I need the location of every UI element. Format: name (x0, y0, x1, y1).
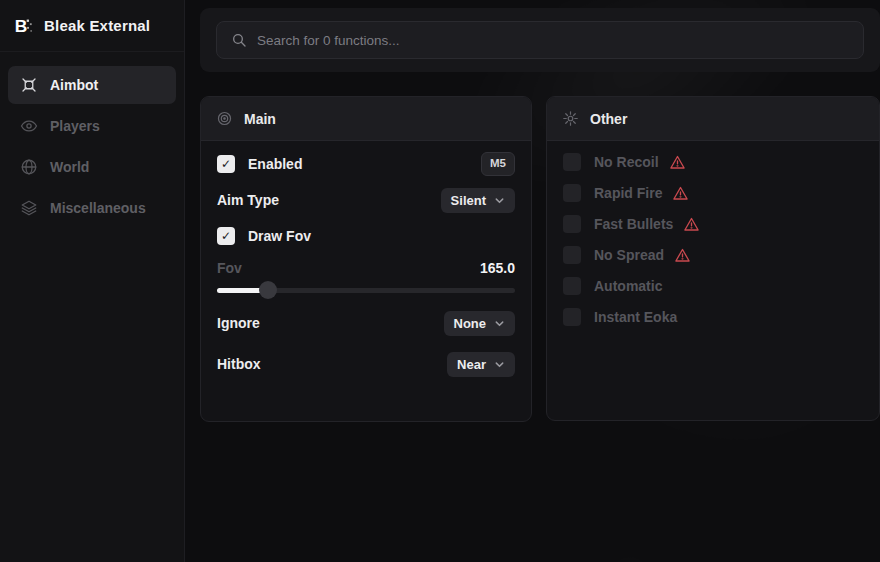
no-recoil-checkbox[interactable] (563, 153, 581, 171)
keybind-button[interactable]: M5 (481, 152, 515, 176)
panel-other-header: Other (547, 97, 879, 141)
chevron-down-icon (494, 359, 505, 370)
automatic-checkbox[interactable] (563, 277, 581, 295)
sidebar-item-aimbot[interactable]: Aimbot (8, 66, 176, 104)
sidebar-nav: Aimbot Players World (0, 52, 184, 244)
hitbox-select[interactable]: Near (447, 352, 515, 377)
app-title: Bleak External (44, 17, 150, 34)
search-placeholder: Search for 0 functions... (257, 33, 400, 48)
fov-label: Fov (217, 260, 242, 276)
background-smoke (297, 415, 822, 562)
fov-value: 165.0 (480, 260, 515, 276)
enabled-label: Enabled (248, 156, 302, 172)
fov-slider[interactable] (217, 281, 515, 299)
ignore-select[interactable]: None (444, 311, 516, 336)
panel-title: Main (244, 111, 276, 127)
panel-main: Main ✓ Enabled M5 Aim Type Silent ✓ (200, 96, 532, 422)
sidebar-item-miscellaneous[interactable]: Miscellaneous (8, 189, 176, 227)
panel-other-body: No Recoil Rapid Fire Fast Bullets (547, 141, 879, 328)
chevron-down-icon (494, 195, 505, 206)
hitbox-label: Hitbox (217, 356, 261, 372)
search-icon (231, 32, 247, 48)
draw-fov-label: Draw Fov (248, 228, 311, 244)
instant-eoka-checkbox[interactable] (563, 308, 581, 326)
automatic-label: Automatic (594, 278, 662, 294)
instant-eoka-label: Instant Eoka (594, 309, 677, 325)
ignore-value: None (454, 317, 487, 330)
layers-icon (20, 199, 38, 217)
hitbox-value: Near (457, 358, 486, 371)
fov-slider-thumb[interactable] (259, 281, 277, 299)
warning-icon (672, 185, 689, 202)
no-spread-checkbox[interactable] (563, 246, 581, 264)
other-row-fast-bullets: Fast Bullets (563, 213, 863, 235)
aim-type-value: Silent (451, 194, 486, 207)
gear-icon (562, 110, 579, 127)
sidebar: B Bleak External Aimbot (0, 0, 185, 562)
sidebar-item-label: Aimbot (50, 77, 98, 93)
aim-type-select[interactable]: Silent (441, 188, 515, 213)
ignore-label: Ignore (217, 315, 260, 331)
rapid-fire-checkbox[interactable] (563, 184, 581, 202)
hitbox-row: Hitbox Near (217, 351, 515, 377)
ignore-row: Ignore None (217, 310, 515, 336)
app-logo-icon: B (12, 15, 34, 37)
other-row-automatic: Automatic (563, 275, 863, 297)
panel-title: Other (590, 111, 627, 127)
sidebar-item-label: Players (50, 118, 100, 134)
fov-row: Fov 165.0 (217, 259, 515, 277)
enabled-checkbox[interactable]: ✓ (217, 155, 235, 173)
warning-icon (669, 154, 686, 171)
warning-icon (674, 247, 691, 264)
draw-fov-row: ✓ Draw Fov (217, 223, 515, 249)
aim-type-label: Aim Type (217, 192, 279, 208)
search-input[interactable]: Search for 0 functions... (216, 21, 864, 59)
aim-type-row: Aim Type Silent (217, 187, 515, 213)
no-spread-label: No Spread (594, 247, 664, 263)
crosshair-icon (20, 76, 38, 94)
check-icon: ✓ (221, 158, 231, 170)
chevron-down-icon (494, 318, 505, 329)
fast-bullets-checkbox[interactable] (563, 215, 581, 233)
other-row-no-recoil: No Recoil (563, 151, 863, 173)
app-logo: B Bleak External (0, 0, 184, 52)
sidebar-item-label: World (50, 159, 89, 175)
sidebar-item-label: Miscellaneous (50, 200, 146, 216)
svg-text:B: B (15, 15, 28, 35)
panel-main-body: ✓ Enabled M5 Aim Type Silent ✓ Draw Fov … (201, 141, 531, 377)
warning-icon (683, 216, 700, 233)
other-row-rapid-fire: Rapid Fire (563, 182, 863, 204)
draw-fov-checkbox[interactable]: ✓ (217, 227, 235, 245)
enabled-row: ✓ Enabled M5 (217, 151, 515, 177)
sidebar-item-world[interactable]: World (8, 148, 176, 186)
other-row-instant-eoka: Instant Eoka (563, 306, 863, 328)
globe-icon (20, 158, 38, 176)
no-recoil-label: No Recoil (594, 154, 659, 170)
target-icon (216, 110, 233, 127)
panel-other: Other No Recoil Rapid Fire Fast Bullets (546, 96, 880, 421)
check-icon: ✓ (221, 230, 231, 242)
panel-main-header: Main (201, 97, 531, 141)
other-row-no-spread: No Spread (563, 244, 863, 266)
eye-icon (20, 117, 38, 135)
fast-bullets-label: Fast Bullets (594, 216, 673, 232)
search-panel: Search for 0 functions... (200, 8, 880, 72)
sidebar-item-players[interactable]: Players (8, 107, 176, 145)
rapid-fire-label: Rapid Fire (594, 185, 662, 201)
